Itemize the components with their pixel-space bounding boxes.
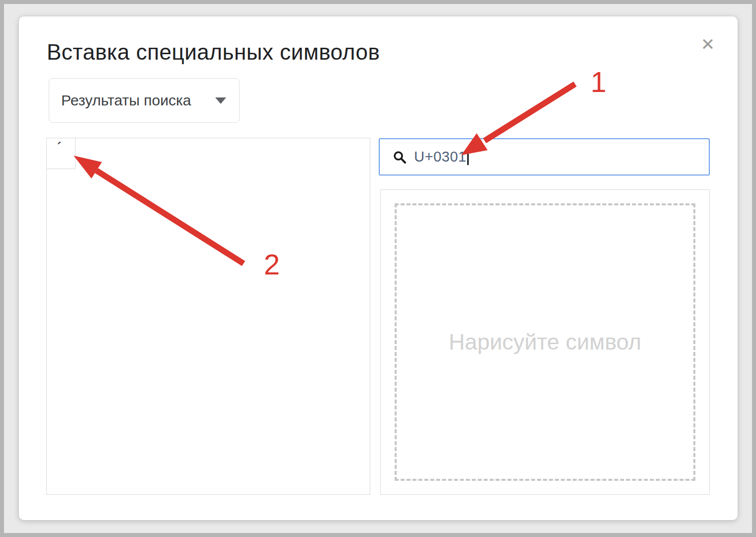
category-dropdown-label: Результаты поиска	[61, 92, 191, 109]
text-cursor	[467, 149, 469, 165]
page-background: Вставка специальных символов ✕ Результат…	[0, 0, 756, 537]
close-button[interactable]: ✕	[696, 32, 720, 56]
drawing-canvas[interactable]: Нарисуйте символ	[395, 203, 695, 481]
draw-placeholder: Нарисуйте символ	[449, 329, 642, 355]
chevron-down-icon	[215, 97, 226, 104]
insert-special-characters-dialog: Вставка специальных символов ✕ Результат…	[19, 16, 738, 520]
search-input-value: U+0301	[414, 149, 466, 165]
search-results-grid: ´	[46, 138, 370, 495]
search-icon	[393, 150, 407, 164]
close-icon: ✕	[701, 35, 715, 54]
draw-symbol-panel: Нарисуйте символ	[380, 189, 710, 495]
character-cell-combining-acute-accent[interactable]: ´	[47, 138, 76, 169]
category-dropdown[interactable]: Результаты поиска	[49, 78, 240, 123]
dialog-title: Вставка специальных символов	[47, 40, 380, 64]
symbol-search-input[interactable]: U+0301	[379, 138, 710, 176]
